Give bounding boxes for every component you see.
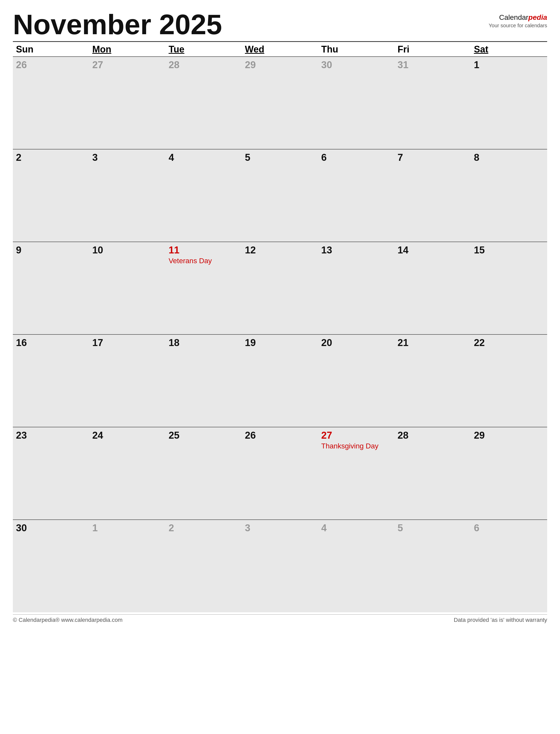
day-number: 4: [321, 523, 392, 534]
calendar-cell-week4-day3: 26: [242, 427, 318, 520]
brand-logo: Calendarpedia Your source for calendars: [489, 10, 547, 29]
day-number: 14: [398, 245, 468, 256]
calendar-cell-week1-day4: 6: [318, 149, 395, 242]
day-header-tue: Tue: [165, 42, 242, 57]
calendar-cell-week3-day6: 22: [471, 334, 547, 427]
calendar-cell-week5-day1: 1: [89, 520, 166, 612]
calendar-grid: SunMonTueWedThuFriSat 262728293031123456…: [13, 41, 547, 612]
day-number: 3: [92, 152, 163, 163]
day-number: 5: [245, 152, 315, 163]
day-number: 28: [168, 59, 239, 70]
month-title: November 2025: [13, 10, 222, 39]
calendar-cell-week0-day2: 28: [165, 57, 242, 149]
calendar-cell-week0-day4: 30: [318, 57, 395, 149]
holiday-label: Veterans Day: [168, 257, 239, 265]
day-number: 13: [321, 245, 392, 256]
calendar-cell-week3-day5: 21: [395, 334, 471, 427]
day-number: 29: [245, 59, 315, 70]
holiday-label: Thanksgiving Day: [321, 442, 392, 450]
day-number: 22: [474, 337, 544, 348]
calendar-cell-week5-day0: 30: [13, 520, 89, 612]
calendar-cell-week2-day3: 12: [242, 242, 318, 334]
day-number: 1: [92, 523, 163, 534]
day-number: 17: [92, 337, 163, 348]
day-number: 2: [168, 523, 239, 534]
calendar-cell-week5-day5: 5: [395, 520, 471, 612]
calendar-cell-week4-day4: 27Thanksgiving Day: [318, 427, 395, 520]
day-number: 7: [398, 152, 468, 163]
calendar-cell-week1-day2: 4: [165, 149, 242, 242]
day-number: 18: [168, 337, 239, 348]
day-number: 11: [168, 245, 239, 256]
footer: © Calendarpedia® www.calendarpedia.com D…: [13, 614, 547, 623]
day-number: 26: [245, 430, 315, 441]
day-number: 4: [168, 152, 239, 163]
day-number: 27: [92, 59, 163, 70]
calendar-cell-week1-day5: 7: [395, 149, 471, 242]
day-number: 8: [474, 152, 544, 163]
calendar-cell-week2-day2: 11Veterans Day: [165, 242, 242, 334]
day-header-wed: Wed: [242, 42, 318, 57]
calendar-cell-week4-day1: 24: [89, 427, 166, 520]
calendar-cell-week3-day1: 17: [89, 334, 166, 427]
calendar-cell-week1-day0: 2: [13, 149, 89, 242]
day-number: 1: [474, 59, 544, 70]
footer-left: © Calendarpedia® www.calendarpedia.com: [13, 617, 122, 623]
calendar-cell-week3-day3: 19: [242, 334, 318, 427]
day-number: 12: [245, 245, 315, 256]
day-number: 27: [321, 430, 392, 441]
day-number: 25: [168, 430, 239, 441]
calendar-cell-week5-day6: 6: [471, 520, 547, 612]
day-number: 20: [321, 337, 392, 348]
day-number: 2: [16, 152, 86, 163]
day-number: 30: [321, 59, 392, 70]
calendar-cell-week4-day6: 29: [471, 427, 547, 520]
calendar-cell-week0-day5: 31: [395, 57, 471, 149]
calendar-cell-week1-day3: 5: [242, 149, 318, 242]
calendar-cell-week4-day0: 23: [13, 427, 89, 520]
calendar-cell-week0-day1: 27: [89, 57, 166, 149]
brand-tagline: Your source for calendars: [489, 22, 547, 29]
day-number: 6: [474, 523, 544, 534]
calendar-cell-week2-day6: 15: [471, 242, 547, 334]
day-number: 31: [398, 59, 468, 70]
calendar-cell-week2-day1: 10: [89, 242, 166, 334]
day-number: 5: [398, 523, 468, 534]
day-header-sun: Sun: [13, 42, 89, 57]
day-number: 15: [474, 245, 544, 256]
footer-right: Data provided 'as is' without warranty: [454, 617, 547, 623]
calendar-cell-week3-day4: 20: [318, 334, 395, 427]
day-number: 3: [245, 523, 315, 534]
day-number: 16: [16, 337, 86, 348]
calendar-cell-week5-day2: 2: [165, 520, 242, 612]
calendar-cell-week0-day6: 1: [471, 57, 547, 149]
day-header-sat: Sat: [471, 42, 547, 57]
brand-calendar: Calendar: [499, 13, 528, 21]
day-header-mon: Mon: [89, 42, 166, 57]
day-number: 23: [16, 430, 86, 441]
calendar-cell-week3-day0: 16: [13, 334, 89, 427]
calendar-cell-week0-day0: 26: [13, 57, 89, 149]
calendar-cell-week4-day2: 25: [165, 427, 242, 520]
day-header-thu: Thu: [318, 42, 395, 57]
day-header-fri: Fri: [395, 42, 471, 57]
day-number: 28: [398, 430, 468, 441]
day-number: 9: [16, 245, 86, 256]
day-number: 29: [474, 430, 544, 441]
calendar-cell-week0-day3: 29: [242, 57, 318, 149]
brand-pedia: pedia: [528, 13, 547, 21]
calendar-cell-week2-day4: 13: [318, 242, 395, 334]
calendar-cell-week5-day3: 3: [242, 520, 318, 612]
calendar-cell-week5-day4: 4: [318, 520, 395, 612]
day-number: 21: [398, 337, 468, 348]
day-number: 10: [92, 245, 163, 256]
calendar-cell-week2-day5: 14: [395, 242, 471, 334]
calendar-cell-week3-day2: 18: [165, 334, 242, 427]
calendar-cell-week1-day6: 8: [471, 149, 547, 242]
calendar-cell-week1-day1: 3: [89, 149, 166, 242]
day-number: 24: [92, 430, 163, 441]
day-number: 19: [245, 337, 315, 348]
page-header: November 2025 Calendarpedia Your source …: [13, 10, 547, 39]
calendar-cell-week4-day5: 28: [395, 427, 471, 520]
calendar-cell-week2-day0: 9: [13, 242, 89, 334]
